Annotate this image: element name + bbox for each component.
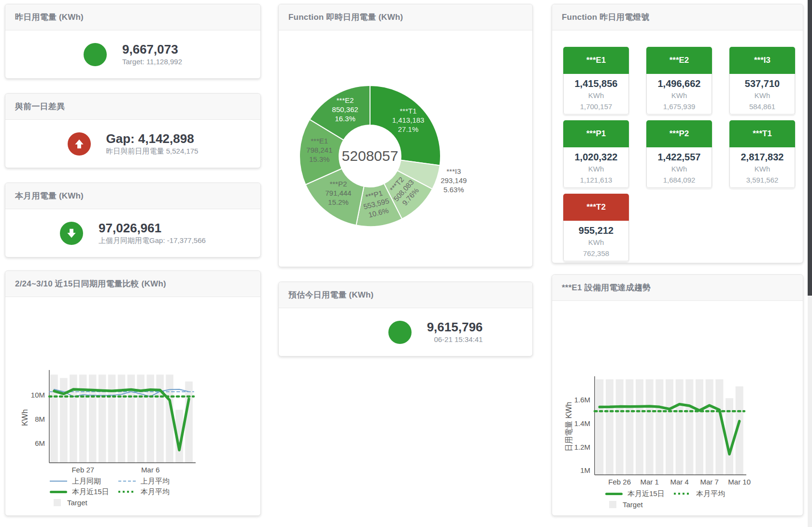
month-gap: 上個月同期用電Gap: -17,377,566: [99, 235, 206, 246]
card-body: 97,026,961 上個月同期用電Gap: -17,377,566: [5, 209, 260, 257]
status-tile-e2[interactable]: ***E2 1,496,662 KWh 1,675,939: [646, 47, 712, 115]
green-dotted-line-icon: [118, 491, 136, 493]
tile-header: ***E2: [646, 47, 712, 74]
gap-subtitle: 昨日與前日用電量 5,524,175: [106, 146, 199, 157]
y-tick-label: 10M: [31, 391, 45, 399]
card-title-gap: 與前一日差異: [15, 101, 65, 112]
target-bar: [626, 379, 633, 475]
legend-label: Target: [623, 500, 660, 509]
tile-target: 762,358: [564, 248, 628, 259]
target-bar: [147, 374, 155, 463]
tile-target: 584,861: [730, 101, 795, 112]
tile-target: 3,591,562: [730, 174, 795, 185]
compare-legend: 上月同期 上月平均 本月近15日 本月平均 Target: [50, 476, 187, 508]
legend-item-last-month-avg[interactable]: 上月平均: [118, 477, 187, 486]
month-value: 97,026,961: [99, 221, 206, 235]
tile-unit: KWh: [647, 90, 712, 101]
tile-value: 955,212: [564, 224, 628, 237]
dashboard: 昨日用電量 (KWh) 9,667,073 Target: 11,128,992…: [0, 0, 812, 527]
tile-unit: KWh: [564, 237, 628, 248]
x-tick-label: Mar 7: [700, 478, 718, 486]
status-circle-icon: [84, 43, 107, 66]
status-circle-icon: [388, 321, 412, 344]
x-tick-label: Feb 26: [608, 478, 631, 486]
legend-label: 本月近15日: [72, 487, 110, 497]
legend-item-this-month-avg[interactable]: 本月平均: [674, 489, 742, 499]
target-bar: [89, 374, 97, 463]
green-line-icon: [605, 493, 623, 495]
blue-line-icon: [50, 481, 67, 482]
forecast-timestamp: 06-21 15:34:41: [427, 334, 483, 345]
scrollbar-thumb[interactable]: [808, 0, 812, 296]
target-bar: [696, 379, 703, 475]
tile-body: 1,020,322 KWh 1,121,613: [563, 147, 629, 188]
target-bar: [185, 382, 193, 463]
status-tile-t2[interactable]: ***T2 955,212 KWh 762,358: [563, 194, 629, 262]
status-tile-i3[interactable]: ***I3 537,710 KWh 584,861: [729, 47, 795, 115]
card-header: 本月用電量 (KWh): [5, 183, 260, 209]
target-bar: [156, 374, 164, 463]
forecast-value: 9,615,796: [427, 320, 483, 334]
y-tick-label: 6M: [35, 439, 45, 447]
card-yesterday-usage: 昨日用電量 (KWh) 9,667,073 Target: 11,128,992: [5, 4, 261, 79]
tile-value: 1,496,662: [647, 77, 712, 90]
card-realtime-donut: Function 即時日用電量 (KWh) ***T11,413,18327.1…: [278, 4, 533, 267]
card-today-forecast: 預估今日用電量 (KWh) 9,615,796 06-21 15:34:41: [278, 282, 533, 356]
gap-value: Gap: 4,142,898: [106, 131, 199, 146]
x-tick-label: Mar 6: [141, 466, 159, 474]
target-bar: [655, 379, 663, 475]
target-bar: [137, 374, 145, 463]
card-title-month: 本月用電量 (KWh): [15, 190, 84, 201]
tile-grid: ***E1 1,415,856 KWh 1,700,157 ***E2 1,49…: [552, 30, 803, 263]
trend-legend: 本月近15日 本月平均 Target: [605, 488, 742, 510]
target-swatch-icon: [54, 499, 61, 506]
legend-label: 本月近15日: [627, 489, 665, 499]
x-tick-label: Mar 10: [728, 478, 751, 486]
status-tile-p1[interactable]: ***P1 1,020,322 KWh 1,121,613: [563, 120, 629, 188]
target-bar: [606, 379, 613, 475]
card-body: Gap: 4,142,898 昨日與前日用電量 5,524,175: [5, 120, 260, 168]
legend-item-this-month-avg[interactable]: 本月平均: [118, 487, 187, 497]
legend-label: 上月平均: [141, 477, 178, 486]
card-header: 預估今日用電量 (KWh): [279, 282, 532, 308]
green-line-icon: [50, 491, 67, 493]
card-month-usage: 本月用電量 (KWh) 97,026,961 上個月同期用電Gap: -17,3…: [5, 183, 261, 257]
legend-item-target[interactable]: Target: [605, 500, 669, 509]
legend-item-this-month[interactable]: 本月近15日: [50, 487, 118, 497]
card-title-forecast: 預估今日用電量 (KWh): [288, 289, 373, 300]
legend-item-last-month[interactable]: 上月同期: [50, 477, 118, 486]
target-bar: [50, 374, 58, 463]
target-bar: [636, 379, 643, 475]
status-tile-p2[interactable]: ***P2 1,422,557 KWh 1,684,092: [646, 120, 712, 188]
tile-target: 1,684,092: [647, 174, 712, 185]
target-bar: [128, 374, 135, 463]
trend-line-chart: 1M1.2M1.4M1.6MFeb 26Mar 1Mar 4Mar 7Mar 1…: [552, 275, 804, 516]
card-e1-trend-chart: ***E1 設備用電達成趨勢 1M1.2M1.4M1.6MFeb 26Mar 1…: [552, 274, 803, 516]
arrow-up-icon: [68, 132, 91, 156]
status-tile-t1[interactable]: ***T1 2,817,832 KWh 3,591,562: [729, 120, 795, 188]
tile-header: ***T2: [563, 194, 629, 221]
legend-item-target[interactable]: Target: [50, 499, 114, 507]
tile-body: 2,817,832 KWh 3,591,562: [729, 147, 795, 188]
tile-value: 1,422,557: [647, 151, 712, 163]
x-tick-label: Feb 27: [71, 466, 94, 474]
y-tick-label: 1.6M: [574, 396, 590, 404]
tile-unit: KWh: [564, 163, 628, 174]
legend-label: 本月平均: [141, 487, 178, 497]
target-bar: [666, 379, 673, 475]
legend-item-this-month[interactable]: 本月近15日: [605, 489, 674, 499]
card-header: 昨日用電量 (KWh): [5, 4, 260, 30]
tile-value: 2,817,832: [730, 151, 795, 163]
donut-slice-label: ***I3293,1495.63%: [441, 167, 467, 194]
status-tile-e1[interactable]: ***E1 1,415,856 KWh 1,700,157: [563, 47, 629, 115]
target-bar: [99, 374, 106, 463]
target-bar: [646, 379, 654, 475]
target-bar: [676, 379, 684, 475]
x-tick-label: Mar 1: [640, 478, 658, 486]
tile-unit: KWh: [647, 163, 712, 174]
card-body: 9,667,073 Target: 11,128,992: [5, 30, 260, 79]
stat-row: Gap: 4,142,898 昨日與前日用電量 5,524,175: [5, 120, 260, 168]
tile-unit: KWh: [730, 90, 795, 101]
target-bar: [616, 379, 624, 475]
card-body: 9,615,796 06-21 15:34:41: [279, 308, 532, 356]
